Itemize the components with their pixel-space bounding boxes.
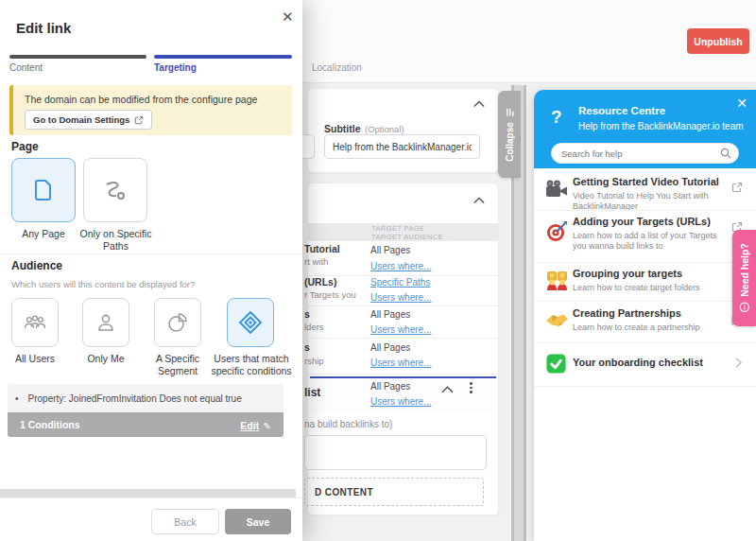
domain-notice: The domain can be modified from the conf… (9, 85, 292, 135)
chevron-right-icon (735, 358, 742, 368)
conditions-bar: 1 Conditions Edit ✎ (8, 412, 284, 437)
nested-diamond-icon (237, 309, 264, 336)
people-group-icon (545, 270, 569, 292)
condition-text: Property: JoinedFromInvitation Does not … (28, 393, 242, 404)
need-help-tab[interactable]: Need help? (732, 230, 756, 326)
description-fragment: na build backlinks to) (304, 419, 392, 429)
subtitle-input[interactable] (324, 134, 480, 159)
cell-target-audience-link[interactable]: Users where... (370, 292, 431, 303)
row-title-fragment: (URLs) (304, 276, 336, 288)
screen: Unpublish Localization Subtitle (Optiona… (0, 0, 756, 541)
path-icon (101, 177, 129, 203)
empty-content-box[interactable] (304, 435, 487, 470)
page-section-heading: Page (11, 140, 39, 153)
collapse-tab[interactable]: Collapse (498, 91, 521, 178)
resource-item-title: Your onboarding checklist (573, 357, 703, 368)
external-link-icon (134, 115, 144, 125)
chat-icon (739, 302, 750, 313)
close-icon[interactable]: ✕ (736, 96, 747, 111)
chevron-up-icon[interactable] (473, 197, 485, 204)
option-label: A Specific Segment (145, 353, 211, 377)
page-icon (30, 176, 57, 204)
resource-item-title: Grouping your targets (573, 268, 682, 279)
close-icon[interactable]: ✕ (282, 9, 294, 26)
question-mark-icon: ? (551, 107, 562, 128)
help-search-input[interactable] (551, 143, 739, 164)
search-icon (720, 148, 731, 159)
domain-notice-text: The domain can be modified from the conf… (25, 94, 257, 105)
resource-item-desc: Video Tutorial to Help You Start with Ba… (573, 191, 724, 212)
resource-centre-subtitle: Help from the BacklinkManager.io team (578, 121, 744, 131)
tab-localization[interactable]: Localization (312, 62, 362, 73)
option-all-users[interactable] (11, 298, 59, 347)
cell-target-page: All Pages (370, 309, 410, 320)
row-title-fragment: s (304, 308, 310, 320)
option-specific-segment[interactable] (154, 298, 201, 347)
row-title-fragment: Tutorial (304, 243, 340, 254)
bullet-icon: • (15, 393, 19, 404)
external-link-icon (731, 182, 743, 193)
users-group-icon (22, 311, 48, 334)
kebab-menu-icon[interactable] (470, 382, 472, 393)
resource-item[interactable]: Creating Partnerships Learn how to creat… (534, 301, 756, 342)
option-label: Users that match specific conditions (210, 353, 293, 377)
edit-conditions-link[interactable]: Edit ✎ (240, 416, 271, 433)
resource-item[interactable]: Adding your Targets (URLs) Learn how to … (534, 210, 756, 262)
horizontal-scrollbar[interactable] (0, 489, 296, 497)
back-button[interactable]: Back (151, 509, 219, 534)
audience-question: Which users will this content be display… (11, 279, 195, 289)
go-to-domain-settings-button[interactable]: Go to Domain Settings (25, 110, 152, 130)
cell-target-audience-link[interactable]: Users where... (370, 324, 431, 335)
col-target-audience: TARGET AUDIENCE (371, 233, 443, 241)
option-only-me[interactable] (82, 298, 129, 347)
dart-target-icon (545, 220, 568, 243)
cell-target-audience-link[interactable]: Users where... (370, 358, 431, 368)
divider (534, 386, 756, 387)
pencil-icon: ✎ (264, 421, 271, 431)
resource-centre-title: Resource Centre (578, 105, 665, 116)
chevron-up-icon[interactable] (441, 386, 454, 393)
step-bar-targeting[interactable] (154, 55, 292, 59)
resource-item-desc: Learn how to add a list of your Targets … (573, 231, 729, 252)
cell-target-page: All Pages (370, 381, 410, 392)
option-specific-paths[interactable] (83, 158, 147, 222)
collapse-icon (505, 108, 514, 117)
add-content-button[interactable]: D CONTENT (304, 478, 484, 506)
row-sub-fragment: lders (304, 322, 324, 332)
resource-item[interactable]: Getting Started Video Tutorial Video Tut… (534, 172, 756, 210)
resource-centre-panel: ? Resource Centre Help from the Backlink… (534, 90, 756, 541)
unpublish-button[interactable]: Unpublish (687, 28, 749, 54)
resource-item-title: Adding your Targets (URLs) (573, 216, 711, 227)
resource-item-desc: Learn how to create target folders (573, 283, 729, 293)
row-divider (308, 305, 498, 306)
row-divider (308, 338, 498, 339)
audience-section-heading: Audience (11, 259, 62, 272)
step-bar-content[interactable] (9, 55, 146, 59)
resource-item[interactable]: Your onboarding checklist (534, 342, 756, 386)
resource-item-title: Creating Partnerships (573, 307, 681, 319)
tab-content[interactable]: Content (9, 62, 43, 73)
row-title-fragment: list (304, 386, 320, 399)
single-user-icon (94, 310, 118, 335)
need-help-label: Need help? (739, 243, 750, 297)
green-check-icon (545, 353, 567, 375)
resource-item[interactable]: Grouping your targets Learn how to creat… (534, 262, 756, 301)
chevron-up-icon[interactable] (473, 100, 485, 108)
handshake-icon (544, 312, 569, 329)
edit-link-modal: ✕ Edit link Content Targeting The domain… (0, 0, 302, 541)
option-users-match-conditions[interactable] (227, 298, 274, 347)
cell-target-page-link[interactable]: Specific Paths (370, 277, 430, 288)
cell-target-page: All Pages (370, 342, 410, 353)
resource-item-title: Getting Started Video Tutorial (573, 176, 719, 187)
option-any-page[interactable] (11, 158, 76, 222)
option-label: Only Me (77, 353, 134, 365)
row-divider (308, 374, 498, 375)
tab-targeting[interactable]: Targeting (154, 62, 197, 73)
resource-item-desc: Learn how to create a partnership (573, 323, 729, 333)
cell-target-audience-link[interactable]: Users where... (370, 396, 431, 407)
cell-target-audience-link[interactable]: Users where... (370, 261, 431, 271)
row-sub-fragment: rship (304, 356, 324, 366)
conditions-count: 1 Conditions (20, 419, 80, 430)
save-button[interactable]: Save (225, 509, 291, 534)
col-target-page: TARGET PAGE (371, 224, 425, 233)
